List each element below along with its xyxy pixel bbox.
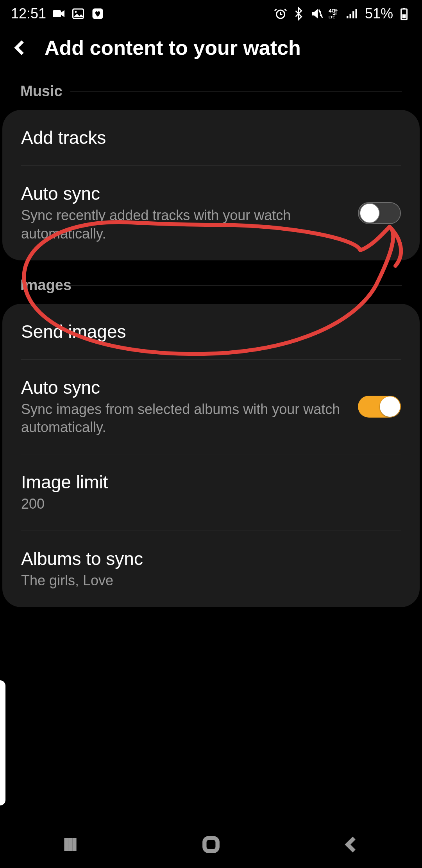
image-limit-row[interactable]: Image limit 200 — [21, 454, 401, 531]
music-auto-sync-sub: Sync recently added tracks with your wat… — [21, 206, 358, 243]
home-button[interactable] — [195, 829, 227, 860]
svg-line-5 — [319, 10, 322, 18]
images-auto-sync-sub: Sync images from selected albums with yo… — [21, 400, 358, 437]
music-auto-sync-toggle[interactable] — [358, 202, 401, 224]
alarm-icon — [274, 7, 288, 21]
svg-rect-16 — [402, 14, 406, 19]
mute-vibrate-icon — [309, 7, 324, 21]
svg-rect-0 — [53, 10, 61, 17]
mirror-icon — [52, 7, 66, 21]
signal-icon — [345, 7, 359, 21]
back-button[interactable] — [11, 38, 30, 57]
albums-value: The girls, Love — [21, 572, 401, 590]
status-bar: 12:51 4GLTE 51% — [0, 0, 422, 27]
images-card: Send images Auto sync Sync images from s… — [2, 304, 420, 607]
heart-box-icon — [91, 7, 105, 21]
images-auto-sync-row[interactable]: Auto sync Sync images from selected albu… — [21, 359, 401, 454]
section-header-music: Music — [0, 83, 422, 110]
music-auto-sync-row[interactable]: Auto sync Sync recently added tracks wit… — [21, 165, 401, 260]
images-auto-sync-toggle[interactable] — [358, 396, 401, 418]
svg-rect-15 — [403, 8, 405, 9]
svg-text:LTE: LTE — [329, 15, 335, 19]
svg-rect-20 — [204, 838, 217, 851]
albums-to-sync-row[interactable]: Albums to sync The girls, Love — [21, 531, 401, 607]
image-limit-value: 200 — [21, 495, 401, 513]
image-limit-title: Image limit — [21, 472, 401, 493]
section-header-images: Images — [0, 277, 422, 304]
music-card: Add tracks Auto sync Sync recently added… — [2, 110, 420, 260]
nav-back-button[interactable] — [336, 829, 367, 860]
svg-point-2 — [75, 11, 77, 13]
svg-rect-11 — [349, 14, 351, 18]
edge-panel-handle[interactable] — [0, 680, 5, 805]
battery-text: 51% — [365, 5, 393, 22]
images-auto-sync-title: Auto sync — [21, 377, 358, 398]
system-nav-bar — [0, 821, 422, 868]
image-icon — [71, 7, 85, 21]
add-tracks-row[interactable]: Add tracks — [2, 110, 420, 165]
status-time: 12:51 — [11, 5, 46, 22]
albums-title: Albums to sync — [21, 548, 401, 569]
svg-rect-12 — [352, 11, 354, 18]
svg-rect-13 — [355, 9, 357, 18]
bluetooth-icon — [291, 7, 306, 21]
svg-rect-10 — [347, 16, 349, 18]
send-images-row[interactable]: Send images — [2, 304, 420, 359]
app-header: Add content to your watch — [0, 27, 422, 83]
send-images-label: Send images — [21, 321, 401, 342]
battery-icon — [397, 7, 411, 21]
page-title: Add content to your watch — [45, 36, 301, 59]
lte-data-icon: 4GLTE — [327, 7, 342, 21]
music-auto-sync-title: Auto sync — [21, 183, 358, 204]
add-tracks-label: Add tracks — [21, 127, 401, 148]
recents-button[interactable] — [55, 829, 86, 860]
